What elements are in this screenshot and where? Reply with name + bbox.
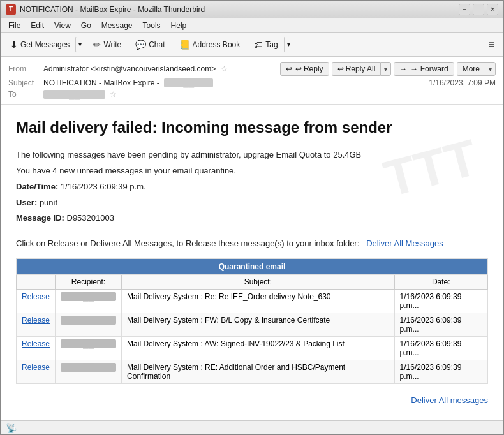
- more-arrow[interactable]: ▾: [485, 62, 496, 76]
- menu-help[interactable]: Help: [166, 20, 192, 31]
- recipient-redacted-2: ██: [61, 316, 116, 325]
- table-row: Release ██ Mail Delivery System : Re: Re…: [17, 289, 488, 313]
- to-label: To: [8, 90, 43, 99]
- toolbar: ⬇ Get Messages ▾ ✏ Write 💬 Chat 📒 Addres…: [1, 33, 503, 57]
- col-release-header: [17, 274, 56, 289]
- app-window: T NOTIFICATION - MailBox Expire - Mozill…: [0, 0, 504, 435]
- col-subject-header: Subject:: [122, 274, 395, 289]
- hamburger-button[interactable]: ≡: [484, 36, 500, 53]
- address-book-button[interactable]: 📒 Address Book: [174, 36, 246, 53]
- menu-tools[interactable]: Tools: [138, 20, 166, 31]
- menu-view[interactable]: View: [49, 20, 76, 31]
- table-row: Release ██ Mail Delivery System : AW: Si…: [17, 336, 488, 360]
- reply-icon: ↩: [286, 64, 292, 73]
- menu-edit[interactable]: Edit: [26, 20, 49, 31]
- status-icon: 📡: [6, 423, 17, 433]
- chat-button[interactable]: 💬 Chat: [130, 36, 170, 53]
- tag-arrow[interactable]: ▾: [284, 36, 293, 53]
- table-title-row: Quarantined email: [17, 258, 488, 274]
- tag-button[interactable]: 🏷 Tag: [248, 36, 283, 53]
- more-group: More ▾: [457, 62, 496, 76]
- menu-go[interactable]: Go: [76, 20, 96, 31]
- date-cell-2: 1/16/2023 6:09:39 p.m...: [394, 313, 487, 336]
- table-row: Release ██ Mail Delivery System : RE: Ad…: [17, 360, 488, 383]
- release-instruction: Click on Release or Delivere All Message…: [16, 237, 488, 251]
- status-bar: 📡: [1, 420, 503, 434]
- tag-group: 🏷 Tag ▾: [248, 36, 293, 53]
- from-row: From Administrator <kirstin@vancouverisl…: [8, 61, 496, 77]
- deliver-all-messages-link[interactable]: Deliver All messages: [411, 395, 488, 405]
- window-title: NOTIFICATION - MailBox Expire - Mozilla …: [20, 5, 459, 14]
- paragraph-1: The following messages have been pending…: [16, 149, 488, 162]
- msgid-label: Message ID:: [16, 213, 64, 223]
- forward-button[interactable]: → → Forward: [394, 62, 454, 76]
- reply-all-button[interactable]: ↩ Reply All: [332, 62, 381, 76]
- email-body: TTT Mail delivery failed: Incoming messa…: [1, 105, 503, 420]
- window-controls: − □ ✕: [459, 4, 498, 15]
- subject-cell-1: Mail Delivery System : Re: Re IEE_Order …: [122, 289, 395, 313]
- close-button[interactable]: ✕: [487, 4, 498, 15]
- email-date: 1/16/2023, 7:09 PM: [429, 78, 496, 87]
- maximize-button[interactable]: □: [473, 4, 484, 15]
- reply-all-arrow[interactable]: ▾: [380, 62, 391, 76]
- get-messages-arrow[interactable]: ▾: [75, 36, 85, 53]
- table-row: Release ██ Mail Delivery System : FW: B/…: [17, 313, 488, 336]
- to-row: To ██ ☆: [8, 89, 496, 100]
- email-title: Mail delivery failed: Incoming message f…: [16, 117, 488, 137]
- table-title: Quarantined email: [17, 258, 488, 274]
- get-messages-group: ⬇ Get Messages ▾: [4, 36, 85, 53]
- write-icon: ✏: [93, 40, 101, 50]
- deliver-all-link-inline[interactable]: Deliver All Messages: [366, 239, 443, 248]
- release-link-4[interactable]: Release: [22, 363, 50, 372]
- col-recipient-header: Recipient:: [56, 274, 122, 289]
- user-line: User: punit: [16, 196, 488, 210]
- reply-all-icon: ↩: [337, 64, 344, 73]
- more-button[interactable]: More: [457, 62, 485, 76]
- datetime-label: Date/Time:: [16, 182, 58, 191]
- to-star-icon[interactable]: ☆: [110, 90, 117, 99]
- subject-cell-4: Mail Delivery System : RE: Additional Or…: [122, 360, 395, 383]
- menu-file[interactable]: File: [3, 20, 26, 31]
- minimize-button[interactable]: −: [459, 4, 470, 15]
- from-value: Administrator <kirstin@vancouverislandse…: [43, 64, 280, 73]
- recipient-redacted-3: ██: [61, 339, 116, 348]
- from-label: From: [8, 64, 43, 73]
- forward-icon: →: [399, 64, 407, 73]
- reply-button[interactable]: ↩ ↩ Reply: [280, 62, 329, 76]
- user-label: User:: [16, 198, 37, 207]
- subject-cell-2: Mail Delivery System : FW: B/L Copy & In…: [122, 313, 395, 336]
- star-icon[interactable]: ☆: [221, 64, 228, 73]
- date-cell-4: 1/16/2023 6:09:39 p.m...: [394, 360, 487, 383]
- date-cell-3: 1/16/2023 6:09:39 p.m...: [394, 336, 487, 360]
- title-bar: T NOTIFICATION - MailBox Expire - Mozill…: [1, 1, 503, 18]
- to-value: ██ ☆: [43, 90, 496, 99]
- write-button[interactable]: ✏ Write: [87, 36, 127, 53]
- subject-cell-3: Mail Delivery System : AW: Signed-INV-19…: [122, 336, 395, 360]
- chat-icon: 💬: [135, 40, 146, 50]
- table-header-row: Recipient: Subject: Date:: [17, 274, 488, 289]
- address-book-icon: 📒: [179, 40, 190, 50]
- get-messages-button[interactable]: ⬇ Get Messages: [4, 36, 75, 53]
- app-icon: T: [6, 4, 16, 15]
- msgid-line: Message ID: D953201003: [16, 212, 488, 225]
- tag-icon: 🏷: [254, 40, 263, 50]
- quarantine-table: Quarantined email Recipient: Subject: Da…: [16, 258, 488, 384]
- subject-row: Subject NOTIFICATION - MailBox Expire - …: [8, 77, 496, 89]
- get-messages-icon: ⬇: [10, 40, 18, 50]
- to-redacted: ██: [43, 90, 105, 99]
- datetime-value: 1/16/2023 6:09:39 p.m.: [61, 182, 146, 191]
- menu-message[interactable]: Message: [96, 20, 138, 31]
- msgid-value: D953201003: [67, 213, 114, 223]
- release-link-2[interactable]: Release: [22, 316, 50, 325]
- date-cell-1: 1/16/2023 6:09:39 p.m...: [394, 289, 487, 313]
- subject-label: Subject: [8, 78, 43, 87]
- subject-value: NOTIFICATION - MailBox Expire - ██: [43, 78, 429, 87]
- header-actions: ↩ ↩ Reply ↩ Reply All ▾ → → Forward M: [280, 62, 496, 76]
- release-link-3[interactable]: Release: [22, 339, 50, 348]
- deliver-all-right: Deliver All messages: [16, 392, 488, 409]
- recipient-redacted-4: ██: [61, 363, 116, 372]
- datetime-line: Date/Time: 1/16/2023 6:09:39 p.m.: [16, 181, 488, 194]
- release-link-1[interactable]: Release: [22, 292, 50, 301]
- menu-bar: File Edit View Go Message Tools Help: [1, 18, 503, 33]
- email-header: From Administrator <kirstin@vancouverisl…: [1, 57, 503, 105]
